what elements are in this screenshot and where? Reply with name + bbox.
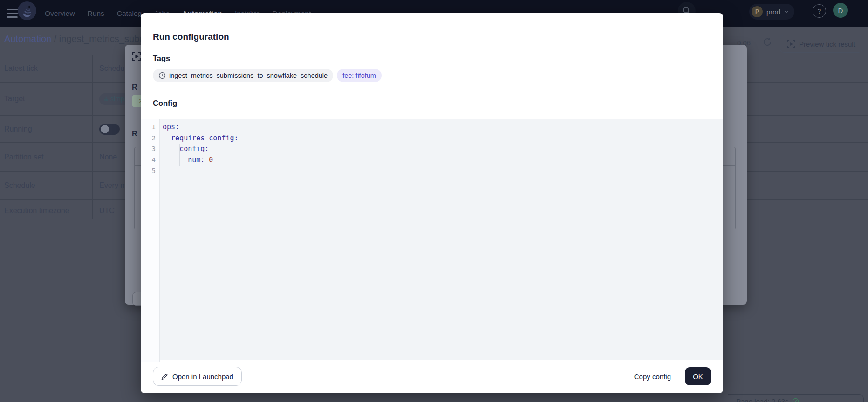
breadcrumb-automation-link[interactable]: Automation: [4, 34, 51, 44]
tag-label: fee: fifofum: [342, 72, 376, 79]
pencil-icon: [161, 373, 168, 380]
hamburger-menu-icon[interactable]: [7, 9, 18, 18]
line-number: 1: [141, 122, 159, 133]
dagster-logo-icon[interactable]: [17, 1, 37, 21]
tag-gray: ingest_metrics_submissions_to_snowflake_…: [153, 69, 333, 82]
tags-heading: Tags: [153, 54, 170, 63]
running-toggle[interactable]: [99, 124, 120, 135]
open-in-launchpad-label: Open in Launchpad: [172, 373, 233, 381]
property-label: Running: [0, 125, 99, 133]
run-configuration-modal: Run configuration Tags ingest_metrics_su…: [141, 13, 723, 393]
preview-tick-result-button[interactable]: Preview tick result: [780, 35, 862, 53]
open-in-launchpad-button[interactable]: Open in Launchpad: [153, 367, 242, 386]
indent-guide: [171, 133, 171, 166]
question-mark-icon: ?: [818, 7, 821, 15]
workflow-icon: [104, 96, 108, 102]
modal-footer: Open in Launchpad Copy config OK: [141, 360, 723, 393]
breadcrumb-separator: /: [51, 34, 59, 44]
tick-heading-fragment: R: [132, 130, 137, 138]
indent-guide: [179, 144, 180, 166]
code-line[interactable]: [163, 166, 723, 177]
page-load-label: Page load: 2.63s: [736, 397, 789, 402]
workspace-name: prod: [766, 8, 780, 16]
workspace-switcher[interactable]: P prod: [749, 4, 794, 20]
property-value: None: [99, 153, 117, 161]
property-label: Latest tick: [0, 64, 99, 73]
nav-item-runs[interactable]: Runs: [88, 9, 104, 18]
property-label: Target: [0, 95, 99, 103]
page-load-card: Page load: 2.63s: [728, 394, 864, 402]
help-button[interactable]: ?: [813, 4, 826, 18]
nav-item-overview[interactable]: Overview: [45, 9, 75, 18]
modal-title: Run configuration: [153, 32, 229, 42]
workspace-avatar: P: [752, 6, 763, 17]
page-load-status-icon: [792, 398, 799, 402]
tags-row: ingest_metrics_submissions_to_snowflake_…: [153, 69, 382, 82]
code-line[interactable]: requires_config:: [163, 133, 723, 144]
tick-heading-fragment: R: [132, 83, 137, 91]
line-number: 2: [141, 133, 159, 144]
target-pill-label: simpl: [110, 95, 126, 103]
editor-code[interactable]: ops: requires_config: config: num: 0: [163, 119, 723, 177]
property-label: Schedule: [0, 181, 99, 190]
property-label: Execution timezone: [0, 207, 99, 215]
modal-title-divider: [141, 44, 723, 44]
config-heading: Config: [153, 99, 177, 108]
ok-button[interactable]: OK: [685, 367, 711, 385]
property-label: Partition set: [0, 153, 99, 161]
user-avatar[interactable]: D: [833, 3, 848, 18]
property-value: Schedu: [99, 64, 124, 73]
chevron-down-icon: [784, 10, 789, 13]
property-value: UTC: [99, 207, 115, 215]
code-line[interactable]: config:: [163, 144, 723, 155]
property-value: Every mi: [99, 181, 128, 190]
refresh-icon[interactable]: [762, 37, 772, 47]
preview-icon: [787, 40, 795, 48]
line-number: 3: [141, 144, 159, 155]
tag-purple: fee: fifofum: [337, 69, 382, 82]
nav-item-catalog[interactable]: Catalog: [117, 9, 142, 18]
copy-config-button[interactable]: Copy config: [634, 373, 671, 381]
line-number: 5: [141, 166, 159, 177]
preview-icon: [132, 52, 141, 61]
preview-tick-result-label: Preview tick result: [799, 40, 855, 48]
code-line[interactable]: ops:: [163, 122, 723, 133]
line-number: 4: [141, 155, 159, 166]
tag-label: ingest_metrics_submissions_to_snowflake_…: [169, 72, 328, 79]
editor-gutter: 12345: [141, 119, 160, 362]
config-editor[interactable]: 12345 ops: requires_config: config: num:…: [141, 119, 723, 360]
table-column-divider: [92, 55, 93, 219]
clock-icon: [158, 72, 166, 79]
code-line[interactable]: num: 0: [163, 155, 723, 166]
